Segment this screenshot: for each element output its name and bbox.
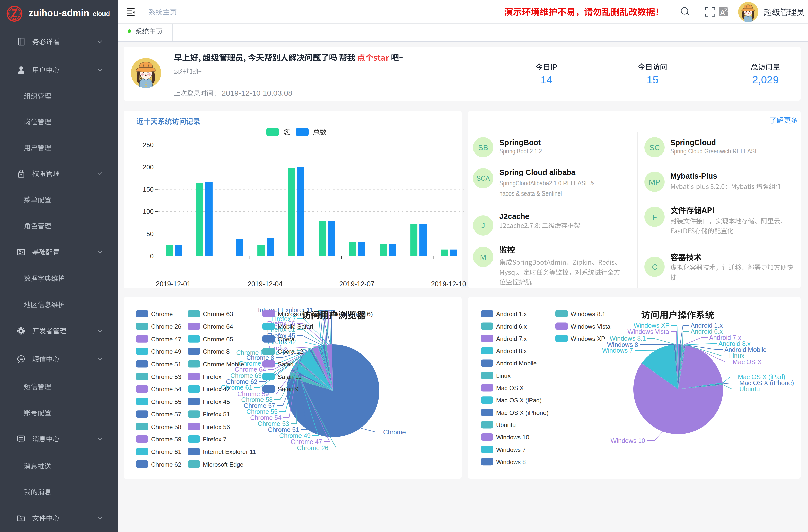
svg-text:Chrome 65: Chrome 65: [203, 336, 233, 343]
svg-text:Chrome 64: Chrome 64: [203, 323, 233, 330]
svg-text:Chrome 47: Chrome 47: [151, 336, 181, 343]
svg-text:Windows Vista: Windows Vista: [571, 323, 611, 330]
svg-text:2019-12-10: 2019-12-10: [431, 280, 466, 288]
svg-text:Internet Explorer 11: Internet Explorer 11: [203, 448, 256, 455]
svg-text:Windows 8.1: Windows 8.1: [610, 335, 646, 342]
svg-text:Chrome: Chrome: [383, 428, 406, 436]
svg-text:Windows 10: Windows 10: [496, 434, 529, 441]
svg-text:Firefox 51: Firefox 51: [203, 411, 230, 418]
svg-text:Firefox 45: Firefox 45: [203, 398, 230, 405]
svg-text:Chrome 26: Chrome 26: [297, 444, 328, 451]
svg-text:Opera: Opera: [278, 336, 295, 343]
svg-text:Chrome 26: Chrome 26: [151, 323, 181, 330]
svg-text:C: C: [652, 263, 657, 271]
svg-text:Chrome 55: Chrome 55: [151, 398, 181, 405]
svg-text:MP: MP: [649, 178, 660, 186]
svg-text:Safari: Safari: [278, 361, 294, 368]
svg-text:Opera 12: Opera 12: [278, 348, 303, 355]
svg-text:100: 100: [143, 208, 154, 215]
svg-text:2,029: 2,029: [752, 74, 778, 86]
svg-text:SpringCloud: SpringCloud: [670, 138, 716, 147]
svg-text:Chrome 59: Chrome 59: [151, 436, 181, 443]
svg-text:200: 200: [143, 163, 154, 171]
svg-text:Windows 8: Windows 8: [496, 458, 526, 465]
svg-text:Chrome 63: Chrome 63: [203, 311, 233, 317]
svg-text:Android 6.x: Android 6.x: [496, 323, 527, 330]
svg-text:SCA: SCA: [476, 175, 490, 182]
svg-text:150: 150: [143, 186, 154, 193]
svg-text:nacos & seata & Sentinel: nacos & seata & Sentinel: [499, 190, 562, 197]
svg-text:Android 7.x: Android 7.x: [496, 335, 527, 342]
svg-text:14: 14: [541, 74, 553, 86]
svg-text:250: 250: [143, 141, 154, 149]
svg-text:Spring Boot 2.1.2: Spring Boot 2.1.2: [499, 147, 542, 155]
svg-text:15: 15: [647, 74, 659, 86]
svg-text:Chrome 58: Chrome 58: [151, 423, 181, 430]
svg-text:Ubuntu: Ubuntu: [739, 385, 760, 392]
svg-text:Firefox: Firefox: [203, 373, 221, 380]
svg-text:zuihou-admin: zuihou-admin: [29, 8, 89, 18]
svg-text:Chrome: Chrome: [151, 311, 173, 317]
svg-text:Spring Cloud Greenwich.RELEASE: Spring Cloud Greenwich.RELEASE: [670, 147, 758, 155]
svg-text:Mac OS X: Mac OS X: [496, 385, 524, 391]
svg-text:Windows 7: Windows 7: [496, 446, 526, 453]
svg-text:Android Mobile: Android Mobile: [496, 360, 537, 367]
svg-text:2019-12-07: 2019-12-07: [339, 280, 374, 288]
svg-text:Safari 9: Safari 9: [278, 386, 299, 392]
svg-text:Windows XP: Windows XP: [633, 322, 669, 329]
svg-text:Chrome 49: Chrome 49: [151, 348, 181, 355]
svg-text:SpringBoot: SpringBoot: [499, 138, 541, 147]
svg-text:J2cache: J2cache: [499, 212, 529, 220]
svg-text:Firefox 42: Firefox 42: [203, 386, 230, 392]
svg-text:Android 1.x: Android 1.x: [496, 311, 527, 317]
svg-text:2019-12-04: 2019-12-04: [247, 280, 282, 288]
svg-text:Microsoft Edge: Microsoft Edge: [203, 461, 243, 468]
svg-text:Windows 7: Windows 7: [602, 347, 633, 354]
svg-text:SpringCloudAlibaba2.1.0.RELEAS: SpringCloudAlibaba2.1.0.RELEASE &: [499, 179, 594, 187]
svg-text:Ubuntu: Ubuntu: [496, 421, 516, 428]
svg-text:M: M: [480, 253, 486, 261]
svg-text:Chrome 62: Chrome 62: [151, 461, 181, 468]
svg-text:J: J: [481, 221, 485, 230]
svg-text:Mac OS X (iPhone): Mac OS X (iPhone): [496, 409, 549, 416]
svg-text:0: 0: [150, 252, 154, 260]
svg-text:2019-12-10 10:03:08: 2019-12-10 10:03:08: [222, 89, 292, 97]
svg-text:SC: SC: [649, 143, 660, 152]
svg-text:Firefox 7: Firefox 7: [203, 436, 226, 443]
svg-text:Spring Cloud alibaba: Spring Cloud alibaba: [499, 168, 575, 177]
svg-text:Chrome 54: Chrome 54: [151, 386, 181, 392]
svg-text:Mobile Safari: Mobile Safari: [278, 323, 313, 330]
svg-text:Android 8.x: Android 8.x: [496, 348, 527, 354]
svg-text:SB: SB: [478, 143, 488, 152]
svg-text:Chrome 51: Chrome 51: [151, 361, 181, 368]
svg-text:Chrome 61: Chrome 61: [151, 448, 181, 455]
svg-text:Windows Vista: Windows Vista: [628, 328, 669, 335]
svg-text:Windows XP: Windows XP: [571, 335, 605, 342]
svg-text:Windows 8.1: Windows 8.1: [571, 311, 605, 317]
svg-text:Chrome 8: Chrome 8: [203, 348, 229, 355]
svg-text:Chrome Mobile: Chrome Mobile: [203, 361, 244, 368]
svg-text:Windows 10: Windows 10: [611, 437, 645, 444]
svg-text:Chrome 57: Chrome 57: [151, 411, 181, 418]
svg-text:Chrome 53: Chrome 53: [151, 373, 181, 380]
svg-text:Linux: Linux: [496, 372, 511, 379]
svg-text:Mybatis-Plus: Mybatis-Plus: [670, 172, 717, 180]
svg-text:50: 50: [146, 230, 154, 238]
svg-text:Firefox 56: Firefox 56: [203, 423, 230, 430]
svg-text:Mac OS X: Mac OS X: [733, 358, 761, 365]
svg-text:Mac OS X (iPad): Mac OS X (iPad): [496, 397, 542, 404]
svg-text:Safari 11: Safari 11: [278, 373, 301, 380]
svg-text:A: A: [720, 9, 725, 17]
svg-text:F: F: [652, 213, 657, 221]
svg-text:cloud: cloud: [93, 10, 110, 18]
svg-text:2019-12-01: 2019-12-01: [156, 280, 191, 288]
